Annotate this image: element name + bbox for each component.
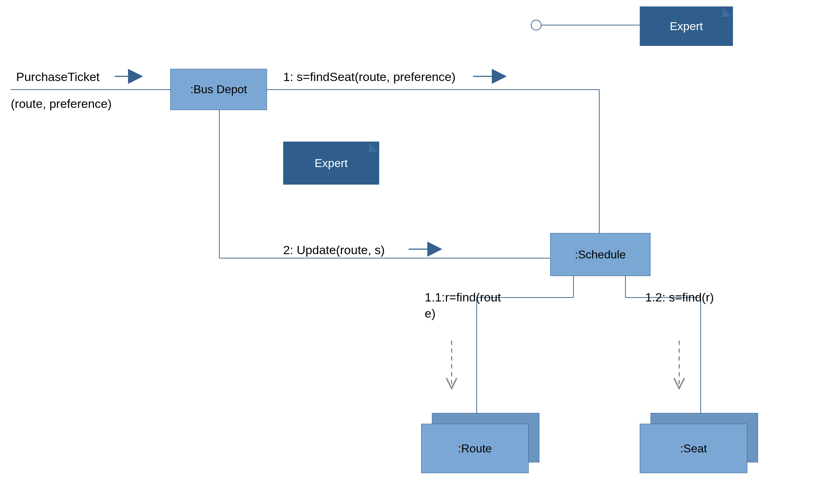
- object-seat[interactable]: :Seat: [640, 424, 747, 473]
- svg-marker-19: [368, 142, 379, 153]
- note-label: Expert: [670, 20, 703, 33]
- object-schedule[interactable]: :Schedule: [550, 233, 651, 276]
- note-label: Expert: [315, 157, 348, 170]
- object-bus-depot[interactable]: :Bus Depot: [170, 69, 267, 110]
- msg-1-2: 1.2: s=find(r): [645, 290, 714, 304]
- svg-marker-18: [722, 7, 733, 18]
- note-fold-icon: [368, 142, 379, 153]
- msg-1: 1: s=findSeat(route, preference): [283, 70, 456, 84]
- diagram-canvas: Expert Expert :Bus Depot :Schedule :Rout…: [0, 0, 829, 504]
- object-route[interactable]: :Route: [421, 424, 529, 473]
- svg-point-16: [531, 20, 541, 30]
- object-label: :Route: [458, 442, 492, 455]
- object-label: :Seat: [680, 442, 707, 455]
- msg-purchase-bottom: (route, preference): [11, 97, 112, 111]
- msg-purchase-top: PurchaseTicket: [16, 70, 100, 84]
- msg-2: 2: Update(route, s): [283, 243, 385, 257]
- object-label: :Bus Depot: [190, 83, 247, 96]
- msg-1-1-line2: e): [425, 306, 435, 320]
- note-fold-icon: [722, 7, 733, 18]
- msg-1-1-line1: 1.1:r=find(rout: [425, 290, 501, 304]
- note-expert-top: Expert: [640, 6, 733, 46]
- note-expert-mid: Expert: [283, 142, 379, 185]
- object-label: :Schedule: [575, 248, 626, 261]
